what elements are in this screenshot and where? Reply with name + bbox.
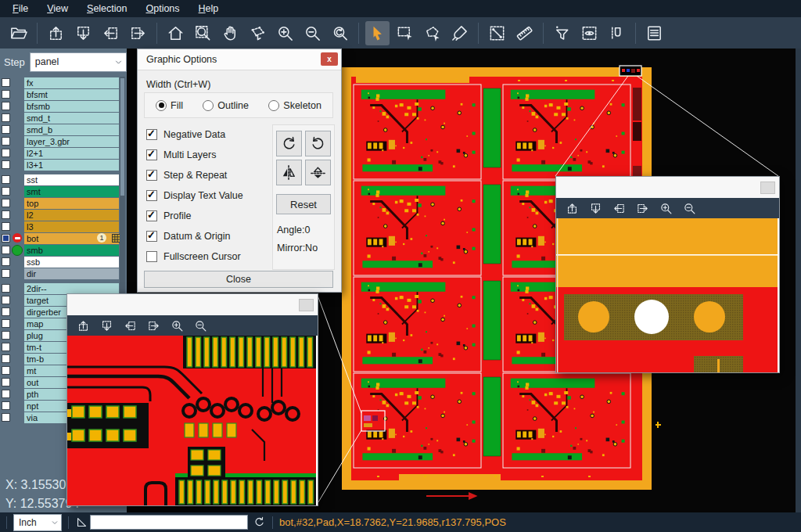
magnifier-window-button[interactable] — [760, 182, 775, 194]
layer-row-l3+1[interactable]: l3+1 — [0, 159, 127, 171]
move-left-button[interactable] — [99, 21, 123, 45]
option-checkbox-display-text-value[interactable]: Display Text Value — [146, 189, 243, 202]
layer-name[interactable]: layer_3.gbr — [24, 136, 119, 147]
layer-row-fx[interactable]: fx — [0, 77, 127, 88]
layer-visibility-checkbox[interactable] — [2, 296, 10, 304]
close-button[interactable]: Close — [144, 271, 333, 288]
layer-row-l2+1[interactable]: l2+1 — [0, 147, 127, 159]
dialog-titlebar[interactable]: Graphic Options x — [138, 49, 341, 70]
layer-visibility-checkbox[interactable] — [2, 257, 10, 266]
layer-row-ssb[interactable]: ssb — [0, 256, 127, 268]
reset-button[interactable]: Reset — [276, 194, 331, 214]
option-checkbox-step-repeat[interactable]: Step & Repeat — [146, 169, 227, 182]
checkbox-icon[interactable] — [146, 251, 157, 262]
layer-name[interactable]: smd_t — [24, 113, 119, 124]
layer-name[interactable]: smd_b — [24, 124, 119, 135]
width-mode-radio-skeleton[interactable]: Skeleton — [268, 100, 321, 111]
move-right-button[interactable] — [126, 21, 150, 45]
zoom-in-icon[interactable] — [171, 319, 184, 332]
layer-visibility-checkbox[interactable] — [2, 137, 10, 146]
rotate-ccw-button[interactable] — [305, 131, 331, 156]
layer-row-layer_3.gbr[interactable]: layer_3.gbr — [0, 135, 127, 147]
dialog-close-button[interactable]: x — [321, 52, 338, 66]
zoom-out-icon[interactable] — [194, 319, 207, 332]
magnifier-window-button[interactable] — [299, 299, 314, 311]
layer-visibility-checkbox[interactable] — [2, 366, 10, 375]
brush-button[interactable] — [447, 21, 472, 45]
layer-name[interactable]: 2dir-- — [24, 283, 119, 294]
zoom-in-button[interactable] — [273, 21, 297, 45]
width-mode-radio-outline[interactable]: Outline — [203, 100, 249, 111]
layer-visibility-checkbox[interactable] — [2, 331, 10, 340]
layer-visibility-checkbox[interactable] — [2, 175, 10, 184]
move-up-icon[interactable] — [77, 319, 90, 332]
menu-item-options[interactable]: Options — [136, 0, 189, 17]
checkbox-icon[interactable] — [146, 149, 157, 160]
zoom-polygon-button[interactable] — [246, 21, 270, 45]
measure-line-button[interactable] — [485, 21, 509, 45]
radio-icon[interactable] — [268, 100, 279, 111]
move-down-button[interactable] — [71, 21, 95, 45]
filter-button[interactable] — [550, 21, 574, 45]
layer-row-l2[interactable]: l2 — [0, 209, 127, 221]
layer-visibility-checkbox[interactable] — [2, 187, 10, 196]
width-mode-radio-fill[interactable]: Fill — [156, 100, 183, 111]
layer-name[interactable]: smb — [24, 245, 119, 256]
option-checkbox-profile[interactable]: Profile — [146, 210, 191, 222]
snap-magnet-button[interactable] — [605, 21, 629, 45]
view-options-button[interactable] — [577, 21, 602, 45]
layer-visibility-checkbox[interactable] — [2, 222, 10, 231]
layer-row-2dir--[interactable]: 2dir-- — [0, 282, 127, 294]
layer-visibility-checkbox[interactable] — [2, 343, 10, 351]
option-checkbox-negative-data[interactable]: Negative Data — [146, 128, 225, 141]
move-up-button[interactable] — [44, 21, 68, 45]
canvas-scrollbar[interactable] — [796, 49, 801, 512]
rotate-cw-button[interactable] — [276, 131, 302, 156]
zoom-out-icon[interactable] — [683, 202, 696, 215]
checkbox-icon[interactable] — [146, 129, 157, 140]
move-right-icon[interactable] — [147, 319, 160, 332]
option-checkbox-fullscreen-cursor[interactable]: Fullscreen Cursor — [146, 250, 241, 263]
layer-visibility-checkbox[interactable] — [2, 269, 10, 278]
layer-row-smd_b[interactable]: smd_b — [0, 124, 127, 135]
layer-visibility-checkbox[interactable] — [2, 149, 10, 157]
zoom-previous-button[interactable] — [328, 21, 352, 45]
magnifier-view[interactable] — [67, 336, 318, 505]
layer-row-dir[interactable]: dir — [0, 268, 127, 279]
menu-item-view[interactable]: View — [38, 0, 77, 17]
layer-visibility-checkbox[interactable] — [2, 102, 10, 110]
layer-name[interactable]: bfsmt — [24, 89, 119, 100]
move-down-icon[interactable] — [589, 202, 602, 215]
layer-row-bot[interactable]: bot1 — [0, 232, 127, 244]
layer-visibility-checkbox[interactable] — [2, 378, 10, 386]
layer-name[interactable]: dir — [24, 268, 119, 279]
checkbox-icon[interactable] — [146, 190, 157, 201]
layer-row-smb[interactable]: smb — [0, 244, 127, 256]
angle-tool-icon[interactable] — [75, 516, 88, 529]
step-select[interactable]: panel — [30, 52, 127, 72]
checkbox-icon[interactable] — [146, 210, 157, 221]
option-checkbox-datum-origin[interactable]: Datum & Origin — [146, 230, 230, 243]
layer-visibility-checkbox[interactable] — [2, 125, 10, 134]
layer-row-bfsmt[interactable]: bfsmt — [0, 88, 127, 100]
move-down-icon[interactable] — [100, 319, 113, 332]
magnifier-titlebar[interactable] — [556, 177, 779, 198]
layer-name[interactable]: l3 — [24, 221, 119, 232]
move-right-icon[interactable] — [636, 202, 649, 215]
unit-select[interactable]: Inch — [13, 514, 62, 531]
open-folder-button[interactable] — [6, 21, 31, 45]
zoom-out-button[interactable] — [300, 21, 325, 45]
layer-visibility-checkbox[interactable] — [2, 246, 10, 254]
layer-visibility-checkbox[interactable] — [2, 199, 10, 207]
checkbox-icon[interactable] — [146, 231, 157, 242]
magnifier-view[interactable] — [556, 218, 779, 372]
layer-visibility-checkbox[interactable] — [2, 160, 10, 169]
move-left-icon[interactable] — [612, 202, 626, 215]
move-up-icon[interactable] — [566, 202, 579, 215]
layer-name[interactable]: l2 — [24, 210, 119, 221]
refresh-icon[interactable] — [253, 516, 266, 529]
layer-name[interactable]: l3+1 — [24, 160, 119, 171]
menu-item-file[interactable]: File — [3, 0, 38, 17]
pan-hand-button[interactable] — [218, 21, 242, 45]
radio-icon[interactable] — [203, 100, 214, 111]
